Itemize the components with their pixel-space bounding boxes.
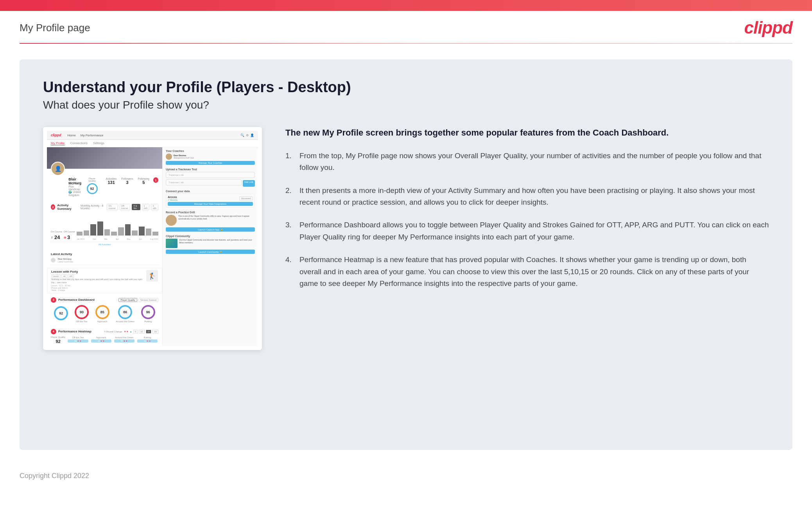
off-course-count: 3 [67, 234, 70, 240]
page-heading: Understand your Profile (Players - Deskt… [43, 79, 769, 96]
round-btn-5[interactable]: 5 [133, 330, 138, 334]
community-text: Visit the Clippd Community and discover … [179, 239, 255, 244]
activity-header: 2 Activity Summary Monthly Activity - 6 … [51, 204, 158, 211]
bar-10 [139, 227, 145, 236]
performance-dashboard: 3 Performance Dashboard Player Quality S… [47, 295, 162, 325]
mockup-right-panel: Your Coaches Dan Davies Abergavenny Golf… [162, 147, 258, 346]
disconnect-btn[interactable]: Disconnect [239, 196, 253, 200]
user-icon: 👤 [250, 134, 254, 137]
ring-ott: 90 Off the Tee [75, 305, 89, 323]
bar-11 [146, 229, 152, 236]
launch-community-btn[interactable]: Launch Community 🔒 [166, 250, 255, 254]
lesson-card: Lesson with Forty Lesson vid drill Nothi… [47, 268, 162, 293]
heatmap-putt: Putting 96 ▼ ▼ [136, 336, 158, 343]
tag-lesson: Lesson [51, 274, 61, 278]
trackman-section: Upload a Trackman Test Trackman Link Tra… [166, 168, 255, 187]
browser-subnav: My Profile Connections Settings [47, 140, 258, 147]
heatmap-bar-arg: 86 ▼ ▼ [114, 339, 134, 343]
content-grid: clippd Home My Performance 🔍 ⚙ 👤 My Prof… [43, 127, 769, 350]
lesson-title: Lesson with Forty [51, 270, 144, 273]
activity-toggle: On course Off course 5 & 6m 1 mth 3 mth [107, 204, 158, 210]
profile-avatar: 👤 [51, 162, 65, 176]
bar-9 [132, 230, 138, 236]
toggle-off-course[interactable]: Off course [120, 204, 131, 210]
manage-integrations-btn[interactable]: Manage Your Data Integrations [168, 202, 253, 206]
lesson-tags: Lesson vid drill [51, 274, 144, 278]
round-btn-15[interactable]: 15 [146, 330, 152, 334]
right-text-panel: The new My Profile screen brings togethe… [285, 127, 769, 300]
connect-app-name: Arccos [168, 196, 177, 198]
coach-avatar [166, 154, 172, 160]
mockup-body: 👤 Blair McHarg Plus Handicap 🌍 United Ki… [47, 147, 258, 346]
perf-header: 3 Performance Dashboard Player Quality S… [51, 297, 158, 303]
perf-toggle: Player Quality Strokes Gained [118, 298, 158, 302]
coach-club: Abergavenny Golf Club [174, 157, 194, 159]
heatmap-controls: 5 Round Change: ▼▼ ▲ 5 10 15 20 [104, 330, 158, 334]
followers-stat: Followers 3 [121, 177, 133, 185]
bar-12 [152, 232, 158, 236]
subnav-profile: My Profile [51, 141, 65, 145]
feature-text-4: Performance Heatmap is a new feature tha… [299, 254, 769, 289]
app-mockup: clippd Home My Performance 🔍 ⚙ 👤 My Prof… [43, 127, 262, 350]
trackman-add-btn[interactable]: Add Link [243, 180, 255, 187]
search-icon: 🔍 [240, 134, 244, 137]
feature-item-1: From the top, My Profile page now shows … [285, 150, 769, 174]
nav-home: Home [68, 134, 76, 137]
ring-putt: 96 Putting [141, 305, 155, 323]
toggle-1m[interactable]: 1 mth [142, 204, 149, 210]
community-img [166, 239, 177, 248]
badge-1: 1 [153, 177, 158, 183]
round-btn-10[interactable]: 10 [139, 330, 145, 334]
bar-3 [90, 224, 96, 236]
bar-6 [111, 232, 117, 236]
lesson-image: 🏌️ [146, 270, 158, 282]
tag-vid: vid [61, 274, 67, 278]
perf-btn-strokes[interactable]: Strokes Gained [138, 298, 158, 302]
heatmap-header: 4 Performance Heatmap 5 Round Change: ▼▼… [51, 329, 158, 334]
bar-4 [97, 221, 103, 236]
feature-text-2: It then presents a more in-depth view of… [299, 185, 769, 209]
lesson-desc: Nothing to feel like my hips are rotaing… [51, 278, 144, 284]
trend-down-indicator: ▼▼ [124, 330, 129, 333]
trackman-input: Trackman Link [166, 172, 255, 178]
badge-2: 2 [51, 204, 55, 210]
browser-logo: clippd [51, 133, 61, 137]
bar-5 [104, 229, 110, 236]
heatmap-bar-app: 85 ▼ ▼ [91, 339, 111, 343]
activity-item: Blair McHarg Latest round data [51, 256, 158, 265]
bar-1 [77, 232, 82, 236]
toggle-on-course[interactable]: On course [107, 204, 118, 210]
launch-capture-btn[interactable]: Launch Capture App 🔒 [166, 227, 255, 232]
perf-btn-quality[interactable]: Player Quality [118, 298, 137, 302]
feature-item-3: Performance Dashboard allows you to togg… [285, 219, 769, 243]
trackman-link-field[interactable]: Trackman Link [166, 179, 242, 186]
drill-avatar [166, 215, 177, 226]
feature-item-4: Performance Heatmap is a new feature tha… [285, 254, 769, 289]
subnav-settings: Settings [93, 141, 104, 145]
feature-text-3: Performance Dashboard allows you to togg… [299, 219, 769, 243]
browser-bar: clippd Home My Performance 🔍 ⚙ 👤 [47, 131, 258, 140]
heatmap-bar-putt: 96 ▼ ▼ [137, 339, 158, 343]
all-activities-btn[interactable]: All Activities [51, 242, 158, 247]
round-btn-20[interactable]: 20 [152, 330, 158, 334]
top-bar [0, 0, 812, 11]
connect-arccos: Arccos ✓ Arccos Disconnect [168, 196, 253, 201]
player-handicap: Plus Handicap [68, 185, 81, 191]
copyright: Copyright Clippd 2022 [20, 472, 89, 480]
player-quality-circle: 92 [87, 183, 98, 194]
toggle-3m[interactable]: 3 mth [151, 204, 158, 210]
manage-coaches-btn[interactable]: Manage Your Coaches [166, 161, 255, 165]
chart-labels: Jan 2021FebMarAprMayJunAug 2021 [77, 238, 158, 240]
nav-performance: My Performance [81, 134, 104, 137]
browser-icons: 🔍 ⚙ 👤 [240, 134, 254, 137]
header: My Profile page clippd [0, 11, 812, 43]
features-list: From the top, My Profile page now shows … [285, 150, 769, 290]
activity-chart [77, 214, 158, 237]
heatmap-app: Approach 85 ▼ ▼ [90, 336, 112, 343]
subnav-connections: Connections [70, 141, 88, 145]
bar-7 [118, 227, 124, 236]
toggle-5-6m[interactable]: 5 & 6m [132, 204, 140, 210]
bar-8 [125, 224, 131, 236]
badge-3: 3 [51, 297, 56, 303]
perf-rings: 92 90 Off the Tee 85 Approach [51, 305, 158, 323]
